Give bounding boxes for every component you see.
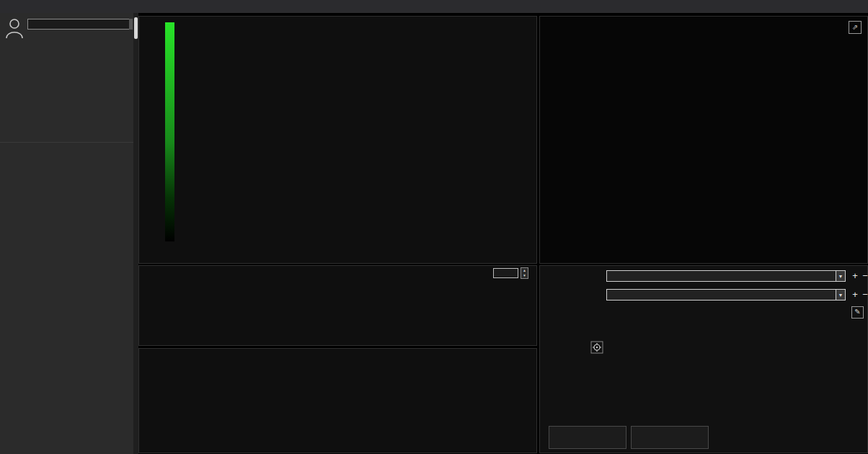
color-scale-gradient bbox=[165, 22, 174, 241]
manufacturer-remove-button[interactable]: − bbox=[860, 271, 868, 281]
clearance-profile-panel bbox=[138, 348, 537, 453]
sidebar-scrollbar-thumb[interactable] bbox=[134, 17, 138, 39]
edit-icon[interactable]: ✎ bbox=[851, 306, 864, 319]
patient-icon bbox=[4, 17, 25, 39]
scansys-recommendation-button[interactable] bbox=[549, 426, 626, 449]
export-icon[interactable]: ⇗ bbox=[849, 21, 862, 34]
exam-selector[interactable] bbox=[27, 19, 132, 30]
spin-up-icon[interactable]: ▲ bbox=[521, 268, 528, 273]
color-scale-steps bbox=[142, 22, 164, 241]
clearance-profile-chart bbox=[140, 360, 536, 452]
chevron-down-icon[interactable]: ▼ bbox=[836, 290, 845, 300]
eyespace-settings-icon[interactable] bbox=[590, 341, 603, 354]
fluorescein-map-panel: ⇗ bbox=[539, 16, 868, 264]
manufacturer-add-button[interactable]: + bbox=[850, 271, 860, 281]
sagittal-height-chart bbox=[140, 276, 536, 345]
chevron-down-icon[interactable]: ▼ bbox=[836, 271, 845, 281]
sagittal-height-panel: ▲▼ bbox=[138, 265, 537, 346]
menu-bar bbox=[0, 0, 868, 13]
sidebar-scrollbar[interactable] bbox=[133, 13, 138, 454]
manufacturer-select[interactable]: ▼ bbox=[606, 270, 846, 282]
sidebar bbox=[0, 13, 133, 454]
lens-add-button[interactable]: + bbox=[850, 290, 860, 300]
lens-remove-button[interactable]: − bbox=[860, 290, 868, 300]
sagittal-difference-map[interactable] bbox=[252, 20, 491, 259]
topography-panel bbox=[138, 16, 537, 264]
color-scale bbox=[142, 22, 174, 241]
lens-parameters-panel: ▼ + − ▼ + − ✎ bbox=[539, 265, 868, 453]
sidebar-menu bbox=[0, 142, 133, 143]
exam-selector-scrollbar[interactable] bbox=[129, 19, 133, 30]
manufacturer-recommendation-button[interactable] bbox=[631, 426, 709, 449]
lens-select[interactable]: ▼ bbox=[606, 289, 846, 301]
fluorescein-simulation-map[interactable] bbox=[540, 17, 867, 263]
